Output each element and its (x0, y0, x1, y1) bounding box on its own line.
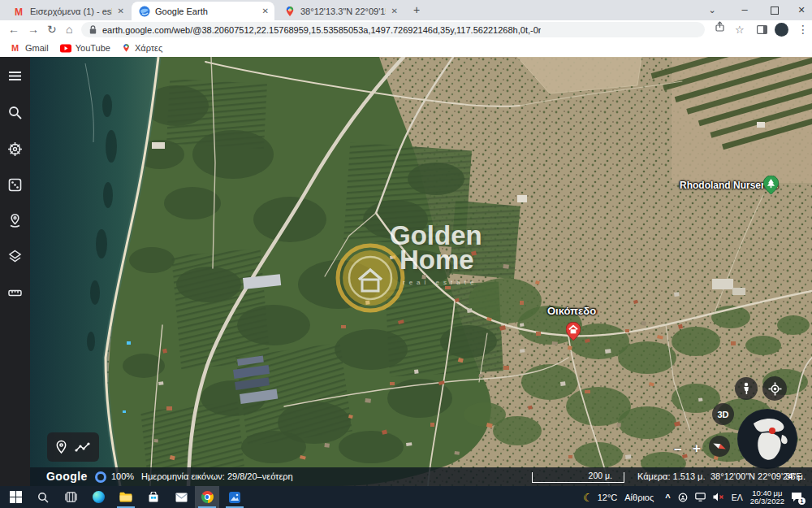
taskbar-search-button[interactable] (31, 486, 55, 508)
home-icon[interactable]: ⌂ (66, 20, 72, 39)
tab-strip: M Εισερχόμενα (1) - eshophomesp ✕ Google… (0, 0, 812, 20)
zoom-in-button[interactable]: + (693, 441, 701, 457)
window-minimize-button[interactable]: – (731, 0, 758, 20)
gmail-favicon-icon: M (14, 6, 25, 17)
new-tab-button[interactable]: + (409, 3, 424, 18)
3d-button[interactable]: 3D (712, 403, 734, 425)
forward-icon[interactable]: → (28, 20, 39, 39)
search-icon[interactable] (7, 105, 23, 120)
terrain-elevation: 36 μ. (785, 471, 806, 481)
meet-now-icon[interactable] (678, 493, 688, 502)
globe-icon (737, 409, 797, 469)
weather-temp[interactable]: 12°C (598, 493, 618, 502)
chrome-button[interactable] (195, 486, 219, 508)
pegman-button[interactable] (735, 377, 758, 400)
svg-text:M: M (15, 7, 23, 17)
my-location-button[interactable] (762, 376, 787, 401)
bookmark-maps[interactable]: Χάρτες (122, 43, 162, 53)
tab-gmail[interactable]: M Εισερχόμενα (1) - eshophomesp ✕ (6, 2, 130, 20)
nursery-green-pin-icon[interactable] (763, 176, 779, 194)
store-icon (148, 492, 159, 503)
system-tray: ☾ 12°C Αίθριος ^ ΕΛ 10:40 μμ 26/3/2022 1 (583, 486, 812, 508)
windows-taskbar: ☾ 12°C Αίθριος ^ ΕΛ 10:40 μμ 26/3/2022 1 (0, 486, 812, 508)
tab-close-icon[interactable]: ✕ (262, 7, 269, 15)
feeling-lucky-dice-icon[interactable] (7, 177, 23, 193)
window-maximize-button[interactable] (760, 0, 788, 20)
address-bar[interactable]: earth.google.com/web/@38.20607512,22.157… (81, 22, 705, 37)
tab-title: Εισερχόμενα (1) - eshophomesp (30, 7, 112, 16)
tray-expand-icon[interactable]: ^ (665, 493, 670, 502)
plot-label[interactable]: Οικόπεδο (547, 305, 596, 317)
window-close-button[interactable]: ✕ (788, 0, 812, 20)
weather-condition[interactable]: Αίθριος (624, 493, 654, 502)
bookmark-star-icon[interactable]: ☆ (735, 20, 745, 39)
photos-button[interactable] (222, 486, 247, 508)
mail-button[interactable] (169, 486, 193, 508)
maps-pin-icon (122, 43, 131, 53)
task-view-button[interactable] (58, 486, 83, 508)
svg-text:M: M (11, 43, 19, 53)
tab-search-icon[interactable]: ⌄ (698, 0, 726, 20)
youtube-icon (60, 44, 71, 53)
placemark-icon[interactable] (7, 213, 23, 228)
microsoft-store-button[interactable] (141, 486, 166, 508)
globe-view-button[interactable] (737, 409, 797, 469)
share-icon[interactable] (715, 21, 726, 40)
tab-google-earth[interactable]: Google Earth ✕ (132, 2, 274, 20)
gmail-icon: M (11, 43, 21, 53)
tab-close-icon[interactable]: ✕ (118, 7, 124, 15)
compass[interactable] (709, 436, 730, 457)
profile-avatar[interactable] (775, 23, 788, 37)
bookmark-gmail[interactable]: M Gmail (11, 43, 49, 53)
earth-favicon-icon (139, 6, 150, 17)
volume-muted-icon[interactable] (713, 493, 724, 501)
task-view-icon (65, 492, 77, 502)
edge-button[interactable] (86, 486, 110, 508)
plot-red-pin-icon[interactable] (566, 322, 581, 341)
tab-title: Google Earth (155, 7, 257, 16)
back-icon[interactable]: ← (8, 20, 19, 39)
browser-menu-icon[interactable]: ⋮ (797, 20, 809, 39)
moon-weather-icon: ☾ (583, 491, 594, 504)
file-explorer-icon (119, 492, 132, 502)
tab-close-icon[interactable]: ✕ (391, 7, 398, 15)
measure-ruler-icon[interactable] (7, 285, 23, 301)
satellite-map[interactable]: Golden Home real estate Rhodoland Nurser… (30, 57, 812, 486)
maps-pin-favicon-icon (284, 6, 296, 17)
photos-icon (229, 492, 240, 503)
camera-altitude: Κάμερα: 1.513 μ. (637, 471, 706, 481)
browser-toolbar: ← → ↻ ⌂ earth.google.com/web/@38.2060751… (0, 20, 812, 39)
url-text[interactable]: earth.google.com/web/@38.20607512,22.157… (102, 25, 541, 35)
network-display-icon[interactable] (695, 493, 706, 501)
earth-status-bar: Google 100% Ημερομηνία εικόνων: 29/8/20–… (30, 467, 812, 486)
chrome-icon (201, 491, 214, 503)
zoom-out-button[interactable]: − (674, 442, 682, 458)
desktop: M Εισερχόμενα (1) - eshophomesp ✕ Google… (0, 0, 812, 508)
drawing-tools-pill (47, 432, 99, 462)
add-placemark-icon[interactable] (55, 440, 67, 454)
voyager-icon[interactable] (7, 141, 23, 157)
bookmarks-bar: M Gmail YouTube Χάρτες (0, 39, 812, 58)
pegman-icon (741, 382, 751, 395)
menu-icon[interactable] (7, 68, 23, 84)
clock-time: 10:40 μμ (750, 489, 784, 497)
file-explorer-button[interactable] (114, 486, 138, 508)
compass-needle-icon (711, 438, 728, 454)
search-icon (37, 492, 49, 503)
google-logo: Google (46, 470, 88, 483)
reload-icon[interactable]: ↻ (47, 20, 57, 39)
notification-center-icon[interactable]: 1 (791, 492, 802, 502)
bookmark-youtube[interactable]: YouTube (60, 43, 110, 53)
start-button[interactable] (3, 486, 28, 508)
earth-sidebar (0, 57, 30, 486)
edge-icon (93, 491, 105, 503)
mail-icon (175, 493, 188, 502)
layers-icon[interactable] (7, 249, 23, 264)
tab-maps-coordinates[interactable]: 38°12'13.3"N 22°09'15.4"E - Χάρ ✕ (277, 2, 404, 20)
draw-path-icon[interactable] (75, 441, 91, 453)
language-indicator[interactable]: ΕΛ (732, 493, 743, 502)
lock-icon (89, 25, 97, 34)
taskbar-clock[interactable]: 10:40 μμ 26/3/2022 (750, 489, 784, 506)
my-location-icon (768, 382, 782, 396)
scale-value: 200 μ. (589, 471, 612, 480)
